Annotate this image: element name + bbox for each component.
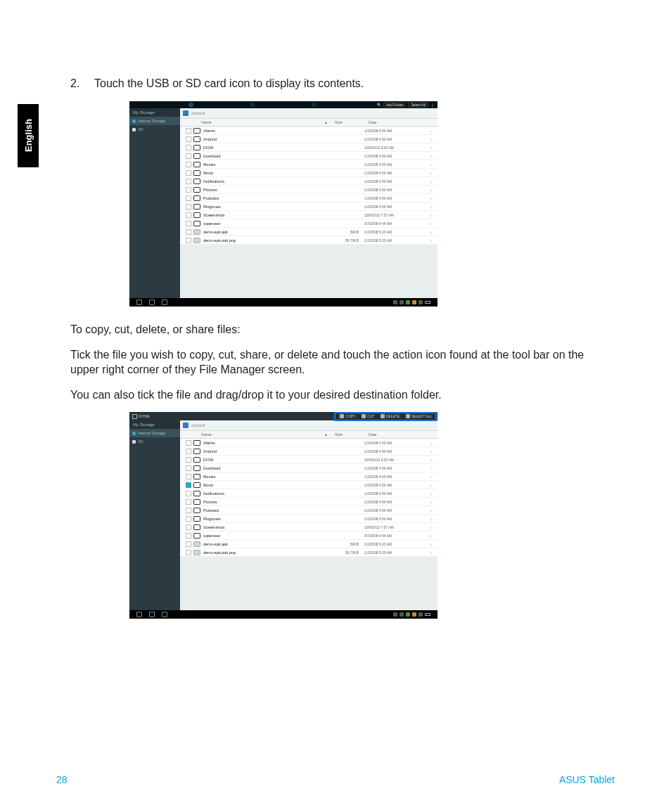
row-checkbox[interactable] xyxy=(186,136,191,142)
row-checkbox[interactable] xyxy=(186,516,191,522)
file-row[interactable]: Ringtones1/2/2008 4:50 AM› xyxy=(180,202,437,211)
row-chevron-icon[interactable]: › xyxy=(429,230,433,234)
systray-icon[interactable] xyxy=(406,300,410,304)
row-chevron-icon[interactable]: › xyxy=(429,550,433,555)
file-row[interactable]: Movies1/2/2008 4:50 AM› xyxy=(180,472,437,481)
row-chevron-icon[interactable]: › xyxy=(429,238,433,243)
row-checkbox[interactable] xyxy=(186,449,191,454)
row-checkbox[interactable] xyxy=(186,153,191,159)
file-row[interactable]: DCIM10/8/2012 8:32 AM› xyxy=(180,456,437,464)
row-chevron-icon[interactable]: › xyxy=(429,221,433,226)
sidebar-item-sd[interactable]: SD xyxy=(129,437,180,446)
row-chevron-icon[interactable]: › xyxy=(429,129,433,133)
overflow-icon[interactable]: ⋮ xyxy=(430,103,435,108)
row-checkbox[interactable] xyxy=(186,145,191,150)
row-chevron-icon[interactable]: › xyxy=(429,213,433,217)
file-row[interactable]: Download1/2/2008 4:50 AM› xyxy=(180,152,437,160)
file-row[interactable]: Music1/2/2008 4:50 AM› xyxy=(180,169,437,177)
systray-icon[interactable] xyxy=(400,300,404,304)
file-row[interactable]: Pictures1/2/2008 4:50 AM› xyxy=(180,186,437,194)
column-header[interactable]: Name▲SizeDate xyxy=(180,119,437,127)
col-date[interactable]: Date xyxy=(369,120,433,124)
col-name[interactable]: Name xyxy=(201,120,319,124)
systray-icon[interactable] xyxy=(406,612,410,617)
col-size[interactable]: Size xyxy=(335,432,369,437)
row-chevron-icon[interactable]: › xyxy=(429,542,433,546)
row-chevron-icon[interactable]: › xyxy=(429,525,433,529)
systray-icon[interactable] xyxy=(412,612,416,617)
file-row[interactable]: demo-apk-pak.png39.73KB1/2/2008 5:23 AM› xyxy=(180,236,437,245)
row-chevron-icon[interactable]: › xyxy=(429,196,433,200)
row-checkbox[interactable] xyxy=(186,457,191,463)
row-chevron-icon[interactable]: › xyxy=(429,508,433,513)
row-chevron-icon[interactable]: › xyxy=(429,475,433,479)
file-row[interactable]: demo-apk.apk56KB1/2/2008 5:23 AM› xyxy=(180,228,437,236)
row-chevron-icon[interactable]: › xyxy=(429,500,433,504)
row-checkbox[interactable] xyxy=(186,474,191,479)
systray-icon[interactable] xyxy=(418,300,423,304)
row-chevron-icon[interactable]: › xyxy=(429,449,433,453)
home-icon[interactable] xyxy=(149,299,155,305)
row-checkbox[interactable] xyxy=(186,170,191,176)
toolbar-add-folder[interactable]: Add Folder xyxy=(383,102,406,108)
file-row[interactable]: Android1/2/2008 4:50 AM› xyxy=(180,135,437,143)
file-row[interactable]: Podcasts1/2/2008 4:50 AM› xyxy=(180,194,437,202)
col-date[interactable]: Date xyxy=(369,432,433,437)
systray-icon[interactable] xyxy=(400,612,404,617)
row-chevron-icon[interactable]: › xyxy=(429,188,433,192)
action-cut[interactable]: CUT xyxy=(358,413,377,420)
file-row[interactable]: Movies1/2/2008 4:50 AM› xyxy=(180,160,437,169)
row-chevron-icon[interactable]: › xyxy=(429,146,433,150)
home-icon[interactable] xyxy=(183,423,188,428)
row-checkbox[interactable] xyxy=(186,221,191,226)
row-checkbox[interactable] xyxy=(186,187,191,193)
row-checkbox[interactable] xyxy=(186,440,191,446)
toolbar-select-all[interactable]: Select All xyxy=(408,102,428,108)
row-checkbox[interactable] xyxy=(186,508,191,513)
action-delete[interactable]: DELETE xyxy=(377,413,402,420)
file-row[interactable]: Ringtones1/2/2008 4:50 AM› xyxy=(180,515,437,523)
breadcrumb[interactable]: /sdcard/ xyxy=(180,420,437,431)
row-checkbox[interactable] xyxy=(186,179,191,184)
row-chevron-icon[interactable]: › xyxy=(429,441,433,445)
systray-icon[interactable] xyxy=(418,612,423,617)
col-size[interactable]: Size xyxy=(335,120,369,124)
file-row[interactable]: Android1/2/2008 4:50 AM› xyxy=(180,447,437,456)
file-row[interactable]: superuser3/7/2008 4:44 AM› xyxy=(180,531,437,540)
row-checkbox[interactable] xyxy=(186,482,191,488)
col-name[interactable]: Name xyxy=(201,432,319,437)
row-chevron-icon[interactable]: › xyxy=(429,162,433,167)
file-row[interactable]: DCIM10/8/2012 8:32 AM› xyxy=(180,143,437,152)
row-checkbox[interactable] xyxy=(186,541,191,547)
action-select-all[interactable]: SELECT ALL xyxy=(402,413,435,420)
back-icon[interactable] xyxy=(136,299,142,305)
row-chevron-icon[interactable]: › xyxy=(429,534,433,538)
row-checkbox[interactable] xyxy=(186,238,191,243)
row-checkbox[interactable] xyxy=(186,229,191,235)
file-row[interactable]: Pictures1/2/2008 4:50 AM› xyxy=(180,498,437,506)
row-checkbox[interactable] xyxy=(186,524,191,530)
recent-icon[interactable] xyxy=(162,612,167,617)
row-chevron-icon[interactable]: › xyxy=(429,491,433,496)
recent-icon[interactable] xyxy=(162,299,167,305)
row-chevron-icon[interactable]: › xyxy=(429,458,433,462)
row-checkbox[interactable] xyxy=(186,491,191,496)
done-button[interactable]: DONE xyxy=(132,414,150,419)
row-checkbox[interactable] xyxy=(186,212,191,218)
action-copy[interactable]: COPY xyxy=(336,413,358,420)
file-row[interactable]: superuser3/7/2008 4:44 AM› xyxy=(180,219,437,228)
file-row[interactable]: Screenshots10/8/2012 7:57 AM› xyxy=(180,211,437,219)
row-chevron-icon[interactable]: › xyxy=(429,466,433,470)
row-checkbox[interactable] xyxy=(186,204,191,210)
home-icon[interactable] xyxy=(183,110,188,116)
file-row[interactable]: Podcasts1/2/2008 4:50 AM› xyxy=(180,506,437,515)
row-checkbox[interactable] xyxy=(186,128,191,134)
sidebar-item-sd[interactable]: SD xyxy=(129,125,180,134)
systray-icon[interactable] xyxy=(412,300,416,304)
row-checkbox[interactable] xyxy=(186,550,191,555)
row-checkbox[interactable] xyxy=(186,195,191,201)
row-chevron-icon[interactable]: › xyxy=(429,483,433,487)
row-checkbox[interactable] xyxy=(186,465,191,471)
sidebar-item-internal-storage[interactable]: Internal Storage xyxy=(129,117,180,125)
back-icon[interactable] xyxy=(136,612,142,617)
